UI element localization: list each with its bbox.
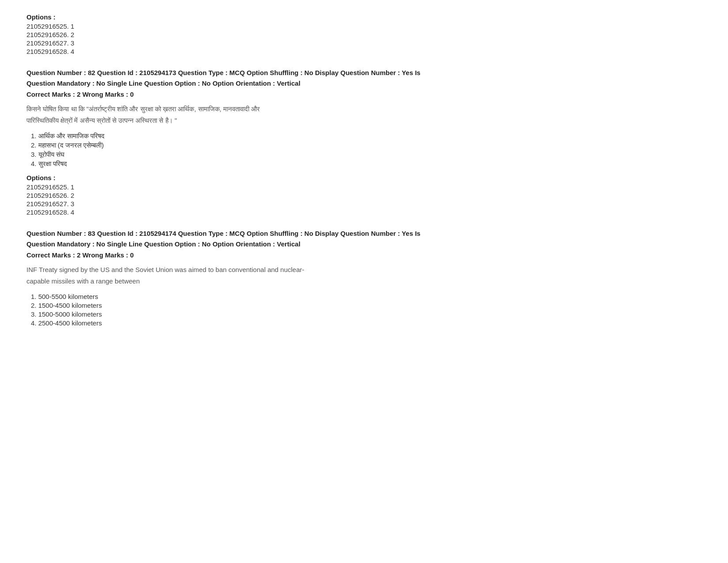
question-83-text: INF Treaty signed by the US and the Sovi… [26, 264, 702, 287]
option-item: 21052916528. 4 [26, 48, 702, 55]
answer-option-4: 4. सुरक्षा परिषद [26, 160, 702, 168]
question-83-marks: Correct Marks : 2 Wrong Marks : 0 [26, 251, 702, 259]
answer-option-4: 4. 2500-4500 kilometers [26, 319, 702, 327]
option-item: 21052916526. 2 [26, 31, 702, 38]
answer-option-2: 2. 1500-4500 kilometers [26, 302, 702, 309]
question-83-meta: Question Number : 83 Question Id : 21052… [26, 228, 702, 249]
top-options-section: Options : 21052916525. 1 21052916526. 2 … [26, 13, 702, 55]
question-83-section: Question Number : 83 Question Id : 21052… [26, 228, 702, 327]
options-label-top: Options : [26, 13, 702, 21]
answer-option-1: 1. आर्थिक और सामाजिक परिषद [26, 132, 702, 140]
question-82-text: किसने घोषित किया था कि "अंतर्राष्ट्रीय श… [26, 103, 702, 126]
option-item: 21052916525. 1 [26, 23, 702, 30]
answer-option-3: 3. 1500-5000 kilometers [26, 310, 702, 318]
question-82-section: Question Number : 82 Question Id : 21052… [26, 68, 702, 216]
answer-option-2: 2. महासभा (द जनरल एसेम्बली) [26, 141, 702, 149]
question-82-marks: Correct Marks : 2 Wrong Marks : 0 [26, 91, 702, 98]
answer-option-1: 1. 500-5500 kilometers [26, 293, 702, 300]
option-item: 21052916527. 3 [26, 200, 702, 208]
option-item: 21052916527. 3 [26, 39, 702, 47]
options-label-q82: Options : [26, 174, 702, 181]
option-item: 21052916528. 4 [26, 208, 702, 216]
answer-option-3: 3. यूरोपीय संघ [26, 151, 702, 159]
option-item: 21052916525. 1 [26, 183, 702, 191]
question-82-meta: Question Number : 82 Question Id : 21052… [26, 68, 702, 89]
option-item: 21052916526. 2 [26, 192, 702, 199]
